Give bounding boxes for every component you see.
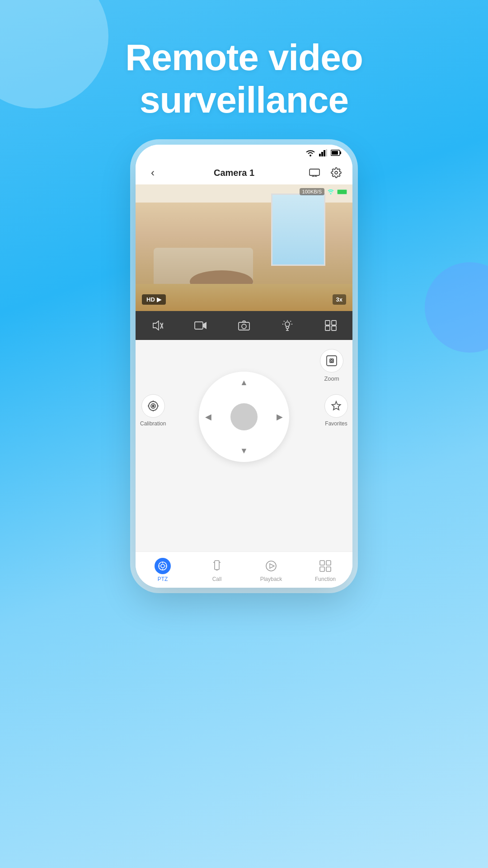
camera-controls-bar	[136, 311, 352, 340]
nav-icons	[307, 165, 343, 180]
svg-rect-3	[321, 152, 323, 156]
svg-point-13	[335, 171, 338, 174]
calibration-icon-circle[interactable]	[141, 394, 165, 418]
calibration-button[interactable]: Calibration	[140, 394, 166, 427]
function-tab-label: Function	[315, 576, 336, 582]
tab-function[interactable]: Function	[298, 558, 352, 582]
ptz-tab-label: PTZ	[158, 576, 168, 582]
status-bar	[136, 145, 352, 161]
room-floor	[136, 284, 352, 311]
split-button[interactable]	[321, 316, 341, 335]
record-button[interactable]	[191, 316, 211, 335]
svg-rect-8	[332, 151, 338, 155]
svg-rect-55	[326, 561, 331, 565]
camera-feed: 100KB/S HD ▶ 3x	[136, 184, 352, 311]
settings-button[interactable]	[329, 165, 343, 180]
svg-point-35	[331, 360, 333, 362]
screen-button[interactable]	[307, 165, 322, 180]
tab-bar: PTZ Call Playback	[136, 552, 352, 588]
svg-rect-7	[340, 151, 341, 154]
bg-decoration-right	[425, 262, 488, 353]
speed-badge: 100KB/S	[300, 188, 324, 195]
zoom-label: Zoom	[324, 375, 339, 382]
camera-scene	[136, 184, 352, 311]
svg-rect-5	[326, 149, 327, 156]
camera-battery-icon	[337, 189, 347, 194]
tab-call[interactable]: Call	[190, 558, 244, 582]
tab-ptz[interactable]: PTZ	[136, 558, 190, 582]
playback-tab-icon	[263, 558, 279, 574]
camera-overlay-top: 100KB/S	[300, 188, 347, 195]
wifi-icon	[305, 149, 315, 156]
dpad-down-button[interactable]: ▼	[240, 446, 248, 456]
svg-rect-50	[215, 561, 219, 570]
call-tab-label: Call	[212, 576, 222, 582]
signal-icon	[319, 149, 327, 156]
zoom-control-button[interactable]: Zoom	[320, 349, 343, 382]
svg-point-45	[161, 564, 164, 568]
snapshot-button[interactable]	[234, 316, 254, 335]
favorites-label: Favorites	[325, 420, 347, 427]
svg-rect-57	[326, 567, 331, 571]
svg-point-1	[310, 155, 311, 156]
mute-button[interactable]	[147, 316, 167, 335]
svg-line-26	[284, 321, 285, 322]
svg-rect-54	[320, 561, 324, 565]
camera-title: Camera 1	[161, 168, 307, 178]
svg-marker-53	[270, 564, 274, 568]
main-content: Zoom Calibration	[136, 340, 352, 552]
svg-rect-32	[325, 326, 330, 330]
favorites-icon-circle[interactable]	[324, 394, 348, 418]
svg-rect-34	[327, 356, 337, 366]
nav-bar: ‹ Camera 1	[136, 161, 352, 184]
svg-point-14	[330, 193, 332, 194]
svg-point-38	[152, 405, 154, 407]
call-tab-icon	[209, 558, 225, 574]
hero-line2: surveillance	[36, 79, 452, 121]
hero-line1: Remote video	[36, 36, 452, 79]
svg-rect-2	[319, 154, 321, 156]
back-button[interactable]: ‹	[145, 166, 161, 179]
svg-rect-4	[324, 150, 325, 156]
svg-rect-31	[332, 321, 336, 325]
svg-marker-19	[203, 322, 206, 329]
dpad-right-button[interactable]: ▶	[277, 412, 283, 422]
calibration-label: Calibration	[140, 420, 166, 427]
dpad-center-button[interactable]	[230, 403, 258, 430]
function-tab-icon	[317, 558, 333, 574]
favorites-button[interactable]: Favorites	[324, 394, 348, 427]
room-window	[271, 193, 325, 266]
phone-frame: ‹ Camera 1	[136, 145, 352, 588]
ptz-control-area: ▲ ▼ ◀ ▶	[167, 363, 321, 489]
svg-marker-43	[332, 401, 341, 410]
svg-point-21	[242, 324, 246, 329]
ptz-tab-icon	[155, 558, 171, 574]
directional-pad: ▲ ▼ ◀ ▶	[199, 372, 289, 462]
svg-point-22	[285, 322, 290, 326]
svg-rect-56	[320, 567, 324, 571]
light-button[interactable]	[277, 316, 297, 335]
battery-status-icon	[331, 150, 342, 156]
svg-line-27	[291, 321, 291, 322]
playback-tab-label: Playback	[260, 576, 282, 582]
tab-playback[interactable]: Playback	[244, 558, 298, 582]
hero-text: Remote video surveillance	[0, 36, 488, 122]
camera-wifi-icon	[327, 189, 334, 194]
zoom-level-badge: 3x	[333, 294, 346, 305]
svg-rect-9	[310, 169, 319, 175]
zoom-icon-circle[interactable]	[320, 349, 343, 373]
svg-marker-15	[153, 321, 159, 330]
svg-rect-33	[332, 326, 336, 330]
hd-badge[interactable]: HD ▶	[142, 294, 166, 305]
dpad-up-button[interactable]: ▲	[240, 378, 248, 387]
dpad-outer-circle: ▲ ▼ ◀ ▶	[199, 372, 289, 462]
svg-rect-30	[325, 321, 330, 325]
dpad-left-button[interactable]: ◀	[205, 412, 211, 422]
svg-rect-18	[195, 322, 203, 329]
